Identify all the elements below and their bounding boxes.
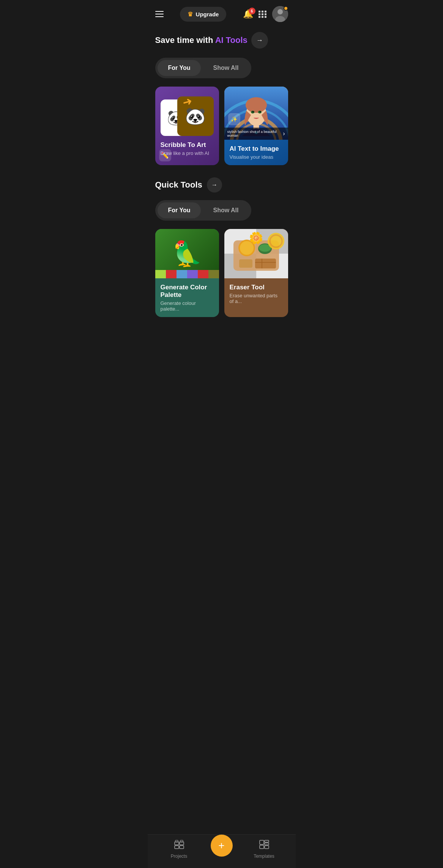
projects-icon (174, 840, 184, 851)
app-header: ♛ Upgrade 🔔 6 (148, 0, 296, 28)
ai-tools-tabs: For You Show All (155, 58, 252, 78)
quick-tools-header: Quick Tools → (155, 177, 288, 193)
svg-point-1 (277, 9, 283, 14)
ai-card-image: stylish fashion shot of a beautiful woma… (224, 87, 288, 140)
palette-card-image: 🦜 (155, 229, 219, 278)
svg-rect-33 (265, 843, 269, 845)
quick-tools-arrow-button[interactable]: → (207, 177, 222, 193)
svg-rect-31 (260, 840, 264, 844)
color-palette-card[interactable]: 🦜 Generate Color Palette Generate colour… (155, 229, 219, 317)
eraser-card-image: 🌼 (224, 229, 288, 278)
notification-bell[interactable]: 🔔 6 (243, 9, 253, 19)
yellow-circle-decoration (268, 233, 284, 249)
upgrade-label: Upgrade (196, 11, 219, 17)
svg-rect-32 (265, 840, 269, 842)
tab-for-you-quick[interactable]: For You (158, 202, 201, 218)
quick-tools-title: Quick Tools (155, 180, 202, 190)
ai-text-image-card[interactable]: stylish fashion shot of a beautiful woma… (224, 87, 288, 165)
svg-point-12 (252, 111, 254, 112)
eraser-card-subtitle: Erase unwanted parts of a... (230, 293, 283, 304)
user-avatar[interactable] (272, 6, 288, 22)
svg-rect-30 (180, 840, 183, 842)
palette-card-title: Generate Color Palette (161, 284, 214, 299)
ai-card-info: AI Text to Image Visualise your ideas (224, 140, 288, 165)
header-actions: 🔔 6 (243, 6, 288, 22)
svg-rect-27 (175, 846, 179, 849)
magic-wand-icon: ✨ (228, 113, 240, 125)
add-button[interactable]: + (211, 835, 233, 857)
quick-tools-cards: 🦜 Generate Color Palette Generate colour… (155, 229, 288, 317)
eraser-card-info: Eraser Tool Erase unwanted parts of a... (224, 278, 288, 309)
quick-tools-tabs: For You Show All (155, 200, 252, 221)
crown-icon: ♛ (188, 11, 193, 18)
online-indicator (284, 6, 288, 11)
svg-rect-22 (255, 259, 276, 268)
svg-rect-34 (260, 845, 264, 849)
templates-label: Templates (254, 854, 274, 859)
scribble-card-image: ☀️ 🐼 ➜ 🐼 (155, 87, 219, 136)
svg-rect-29 (175, 840, 178, 842)
svg-rect-35 (265, 846, 269, 849)
tab-show-all-ai[interactable]: Show All (202, 60, 249, 76)
hamburger-menu[interactable] (155, 11, 164, 17)
palette-card-info: Generate Color Palette Generate colour p… (155, 278, 219, 317)
scribble-to-art-card[interactable]: ☀️ 🐼 ➜ 🐼 ✏️ Scribble To Art Draw like a … (155, 87, 219, 165)
eraser-tool-card[interactable]: 🌼 Eraser Tool Erase unwanted parts of a.… (224, 229, 288, 317)
tab-for-you-ai[interactable]: For You (158, 60, 201, 76)
banner-text: Save time with AI Tools (155, 35, 248, 45)
banner-arrow-button[interactable]: → (251, 32, 268, 49)
scribble-card-title: Scribble To Art (161, 141, 214, 149)
svg-rect-28 (180, 846, 184, 849)
pencil-icon: ✏️ (159, 149, 171, 161)
eraser-card-title: Eraser Tool (230, 284, 283, 291)
projects-label: Projects (171, 854, 187, 859)
notification-badge: 6 (249, 8, 255, 14)
ai-card-subtitle: Visualise your ideas (230, 154, 283, 160)
tab-show-all-quick[interactable]: Show All (202, 202, 249, 218)
ai-tools-banner: Save time with AI Tools → (155, 32, 288, 49)
svg-point-9 (246, 97, 267, 113)
grid-menu-icon[interactable] (259, 11, 267, 18)
nav-projects[interactable]: Projects (148, 840, 211, 859)
nav-templates[interactable]: Templates (233, 840, 296, 859)
palette-card-subtitle: Generate colour palette... (161, 300, 214, 312)
flower-decoration: 🌼 (249, 231, 263, 245)
svg-rect-21 (239, 259, 252, 268)
upgrade-button[interactable]: ♛ Upgrade (180, 7, 227, 22)
ai-tools-cards: ☀️ 🐼 ➜ 🐼 ✏️ Scribble To Art Draw like a … (155, 87, 288, 165)
chevron-right-icon: › (283, 130, 285, 137)
bottom-navigation: Projects + Templates (148, 834, 296, 868)
color-strips (155, 270, 219, 278)
main-content: Save time with AI Tools → For You Show A… (148, 28, 296, 367)
templates-icon (259, 840, 269, 851)
svg-point-13 (259, 111, 261, 112)
ai-card-title: AI Text to Image (230, 145, 283, 153)
ai-image-overlay: stylish fashion shot of a beautiful woma… (224, 128, 288, 140)
